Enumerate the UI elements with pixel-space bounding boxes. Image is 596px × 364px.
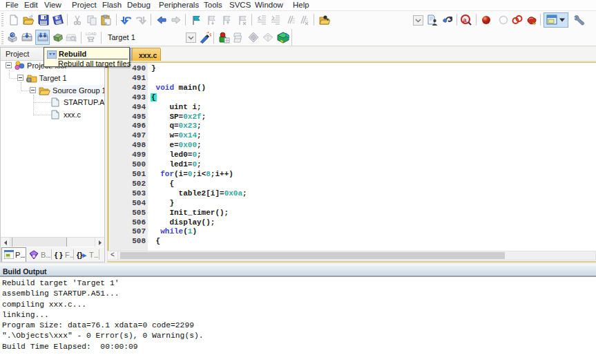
svg-text:LOAD: LOAD bbox=[86, 32, 97, 36]
